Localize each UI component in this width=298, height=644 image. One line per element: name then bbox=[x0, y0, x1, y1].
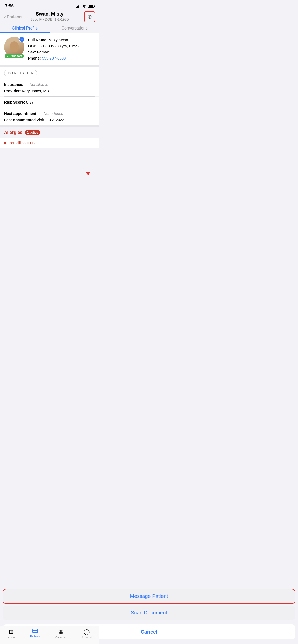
patient-name-title: Swan, Misty 38yo F • DOB: 1-1-1985 bbox=[15, 11, 84, 21]
avatar-add-icon[interactable]: + bbox=[19, 36, 25, 42]
provider-row: Provider: Kary Jones, MD bbox=[4, 88, 95, 94]
allergy-text: Penicillins = Hives bbox=[9, 141, 39, 145]
allergies-header: Allergies 1 active bbox=[0, 127, 99, 138]
signal-icon bbox=[76, 4, 80, 8]
tabs: Clinical Profile Conversations bbox=[0, 23, 99, 33]
section-divider-2 bbox=[0, 125, 99, 127]
full-name-row: Full Name: Misty Swan bbox=[28, 37, 95, 43]
content-area: + ✓ Passport Full Name: Misty Swan DOB: … bbox=[0, 33, 99, 189]
section-divider-1 bbox=[0, 65, 99, 67]
plus-icon: ⊕ bbox=[87, 13, 92, 20]
allergies-badge: 1 active bbox=[25, 130, 40, 135]
allergies-label: Allergies bbox=[4, 130, 22, 135]
appointments-section: Next appointment: — None found — Last do… bbox=[0, 108, 99, 125]
add-button[interactable]: ⊕ bbox=[84, 11, 95, 22]
passport-badge: ✓ Passport bbox=[5, 54, 24, 58]
patient-card: + ✓ Passport Full Name: Misty Swan DOB: … bbox=[0, 33, 99, 65]
wifi-icon bbox=[82, 5, 86, 8]
allergy-dot bbox=[4, 142, 6, 144]
nav-subtitle: 38yo F • DOB: 1-1-1985 bbox=[15, 17, 84, 21]
nav-title: Swan, Misty bbox=[15, 11, 84, 17]
allergy-item: Penicillins = Hives bbox=[0, 138, 99, 148]
chevron-left-icon: ‹ bbox=[4, 14, 6, 20]
last-visit-row: Last documented visit: 10-3-2022 bbox=[4, 117, 95, 123]
status-time: 7:56 bbox=[5, 4, 14, 9]
patient-info: Full Name: Misty Swan DOB: 1-1-1985 (38 … bbox=[28, 37, 95, 61]
phone-number[interactable]: 555-787-8888 bbox=[42, 56, 66, 60]
do-not-alter-section: DO NOT ALTER bbox=[0, 67, 99, 79]
avatar-wrap: + ✓ Passport bbox=[4, 37, 24, 57]
back-button[interactable]: ‹ Patients bbox=[4, 14, 22, 20]
status-icons bbox=[76, 4, 94, 8]
do-not-alter-tag: DO NOT ALTER bbox=[4, 70, 37, 76]
insurance-row: Insurance: — Not filled in — bbox=[4, 82, 95, 88]
risk-score-section: Risk Score: 0.37 bbox=[0, 97, 99, 108]
nav-header: ‹ Patients Swan, Misty 38yo F • DOB: 1-1… bbox=[0, 10, 99, 23]
dob-row: DOB: 1-1-1985 (38 yrs, 0 mo) bbox=[28, 43, 95, 49]
next-appt-row: Next appointment: — None found — bbox=[4, 111, 95, 117]
status-bar: 7:56 bbox=[0, 0, 99, 10]
back-label: Patients bbox=[7, 14, 22, 19]
risk-score-row: Risk Score: 0.37 bbox=[4, 99, 95, 105]
tab-clinical-profile[interactable]: Clinical Profile bbox=[0, 23, 50, 33]
insurance-section: Insurance: — Not filled in — Provider: K… bbox=[0, 79, 99, 96]
tab-conversations[interactable]: Conversations bbox=[50, 23, 99, 33]
phone-row: Phone: 555-787-8888 bbox=[28, 55, 95, 61]
bottom-spacer bbox=[0, 148, 99, 189]
battery-icon bbox=[88, 5, 94, 8]
sex-row: Sex: Female bbox=[28, 49, 95, 55]
